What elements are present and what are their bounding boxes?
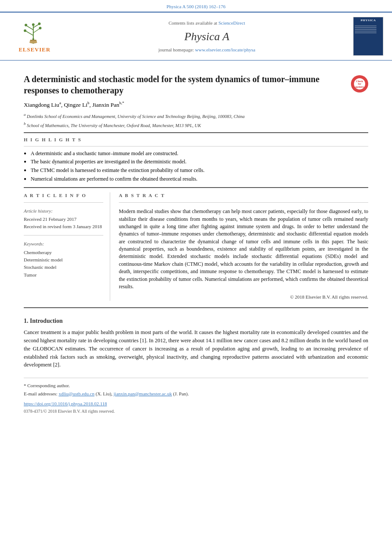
authors-line: Xiangdong Liua, Qingze Lib, Jianxin Panb… bbox=[24, 100, 368, 109]
svg-point-7 bbox=[39, 27, 41, 29]
homepage-url[interactable]: www.elsevier.com/locate/physa bbox=[195, 47, 255, 52]
article-title-text: A deterministic and stochastic model for… bbox=[24, 73, 347, 96]
highlight-item-2: ● The basic dynamical properties are inv… bbox=[24, 158, 368, 166]
abstract-text: Modern medical studies show that chemoth… bbox=[119, 208, 368, 290]
affiliation-2: b School of Mathematics, The University … bbox=[24, 121, 368, 129]
journal-cover-thumbnail: PHYSICA bbox=[353, 17, 383, 56]
svg-point-10 bbox=[32, 23, 35, 26]
keyword-4: Tumor bbox=[24, 272, 103, 278]
sciencedirect-link[interactable]: ScienceDirect bbox=[218, 20, 245, 25]
highlight-text-1: A deterministic and a stochastic tumor–i… bbox=[31, 150, 178, 157]
highlights-top-divider bbox=[24, 146, 368, 146]
affiliation-1-super: a bbox=[24, 112, 25, 117]
article-title-block: A deterministic and stochastic model for… bbox=[24, 73, 368, 96]
author-2-super: b bbox=[87, 101, 89, 105]
article-info-divider bbox=[24, 202, 103, 203]
page: Physica A 500 (2018) 162–176 bbox=[0, 0, 392, 535]
keyword-3: Stochastic model bbox=[24, 264, 103, 271]
email-1-link[interactable]: xdliu@ustb.edu.cn bbox=[59, 391, 95, 396]
email-2-note: (J. Pan). bbox=[173, 391, 189, 396]
journal-name: Physica A bbox=[65, 29, 349, 45]
divider-before-introduction bbox=[24, 307, 368, 308]
bullet-2: ● bbox=[24, 159, 28, 165]
elsevier-brand-text: ELSEVIER bbox=[19, 46, 51, 54]
abstract-label: A B S T R A C T bbox=[119, 192, 368, 199]
highlights-section: H I G H L I G H T S ● A deterministic an… bbox=[24, 137, 368, 183]
svg-line-2 bbox=[26, 31, 33, 35]
svg-line-4 bbox=[27, 26, 33, 30]
svg-point-6 bbox=[24, 29, 26, 32]
homepage-link-line: journal homepage: www.elsevier.com/locat… bbox=[65, 47, 349, 53]
article-info-abstract-columns: A R T I C L E I N F O Article history: R… bbox=[24, 192, 368, 301]
article-info-label: A R T I C L E I N F O bbox=[24, 192, 103, 199]
keywords-section: Keywords: Chemotherapy Deterministic mod… bbox=[24, 241, 103, 278]
author-3-name: Jianxin Pan bbox=[92, 102, 119, 108]
footer-area: * Corresponding author. E-mail addresses… bbox=[24, 378, 368, 414]
author-1-super: a bbox=[59, 101, 61, 105]
abstract-column: A B S T R A C T Modern medical studies s… bbox=[119, 192, 368, 301]
divider-after-highlights bbox=[24, 187, 368, 188]
keyword-1: Chemotherapy bbox=[24, 249, 103, 256]
copyright-line: © 2018 Elsevier B.V. All rights reserved… bbox=[119, 294, 368, 300]
keyword-2: Deterministic model bbox=[24, 257, 103, 263]
svg-rect-11 bbox=[30, 40, 36, 41]
elsevier-logo: ELSEVIER bbox=[9, 19, 61, 54]
section-title: Introduction bbox=[30, 318, 63, 324]
bullet-3: ● bbox=[24, 167, 28, 173]
author-2-name: Qingze Li bbox=[64, 102, 87, 108]
highlight-item-3: ● The CTMC model is harnessed to estimat… bbox=[24, 167, 368, 174]
highlight-item-1: ● A deterministic and a stochastic tumor… bbox=[24, 150, 368, 157]
received-date: Received 21 February 2017 bbox=[24, 216, 103, 223]
journal-center-info: Contents lists available at ScienceDirec… bbox=[65, 20, 349, 53]
introduction-heading: 1. Introduction bbox=[24, 317, 368, 325]
corresponding-author-note: * Corresponding author. bbox=[24, 382, 368, 389]
email-1-note: (X. Liu), bbox=[96, 391, 114, 396]
elsevier-tree-svg bbox=[17, 19, 52, 45]
section-number: 1. bbox=[24, 318, 29, 324]
keywords-divider bbox=[24, 235, 103, 236]
highlight-text-4: Numerical simulations are performed to c… bbox=[31, 175, 198, 183]
revised-date: Received in revised form 3 January 2018 bbox=[24, 223, 103, 230]
svg-line-3 bbox=[33, 29, 40, 33]
introduction-paragraph-1: Cancer treatment is a major public healt… bbox=[24, 328, 368, 369]
affiliation-1: a Donlinks School of Economics and Manag… bbox=[24, 112, 368, 120]
check-updates-badge: Checkforupdates bbox=[351, 75, 368, 92]
doi-link[interactable]: https://doi.org/10.1016/j.physa.2018.02.… bbox=[24, 401, 107, 406]
divider-after-affiliations bbox=[24, 132, 368, 133]
contents-available-text: Contents lists available at ScienceDirec… bbox=[65, 20, 349, 26]
author-3-super: b,* bbox=[119, 101, 124, 105]
cover-decorative-lines bbox=[355, 25, 382, 34]
journal-header: ELSEVIER Contents lists available at Sci… bbox=[0, 12, 392, 61]
main-content-area: A deterministic and stochastic model for… bbox=[0, 61, 392, 423]
email-2-link[interactable]: jianxin.pan@manchester.ac.uk bbox=[114, 391, 172, 396]
article-info-column: A R T I C L E I N F O Article history: R… bbox=[24, 192, 110, 301]
bullet-4: ● bbox=[24, 176, 28, 182]
article-history-label: Article history: bbox=[24, 208, 103, 214]
abstract-divider bbox=[119, 202, 368, 203]
bullet-1: ● bbox=[24, 150, 28, 156]
svg-point-8 bbox=[25, 24, 27, 26]
highlight-text-2: The basic dynamical properties are inves… bbox=[31, 158, 187, 166]
svg-point-9 bbox=[38, 22, 41, 25]
check-updates-icon: Checkforupdates bbox=[353, 77, 366, 90]
highlights-label: H I G H L I G H T S bbox=[24, 137, 368, 143]
email-footnote: E-mail addresses: xdliu@ustb.edu.cn (X. … bbox=[24, 391, 368, 397]
keywords-label: Keywords: bbox=[24, 241, 103, 247]
introduction-section: 1. Introduction Cancer treatment is a ma… bbox=[24, 317, 368, 369]
highlight-item-4: ● Numerical simulations are performed to… bbox=[24, 175, 368, 183]
cover-journal-title: PHYSICA bbox=[360, 19, 376, 23]
affiliation-2-super: b bbox=[24, 121, 25, 126]
footer-rights-text: 0378-4371/© 2018 Elsevier B.V. All right… bbox=[24, 408, 368, 414]
journal-reference: Physica A 500 (2018) 162–176 bbox=[166, 4, 225, 9]
journal-reference-bar: Physica A 500 (2018) 162–176 bbox=[0, 0, 392, 12]
author-1-name: Xiangdong Liu bbox=[24, 102, 59, 108]
highlight-text-3: The CTMC model is harnessed to estimate … bbox=[31, 167, 204, 174]
